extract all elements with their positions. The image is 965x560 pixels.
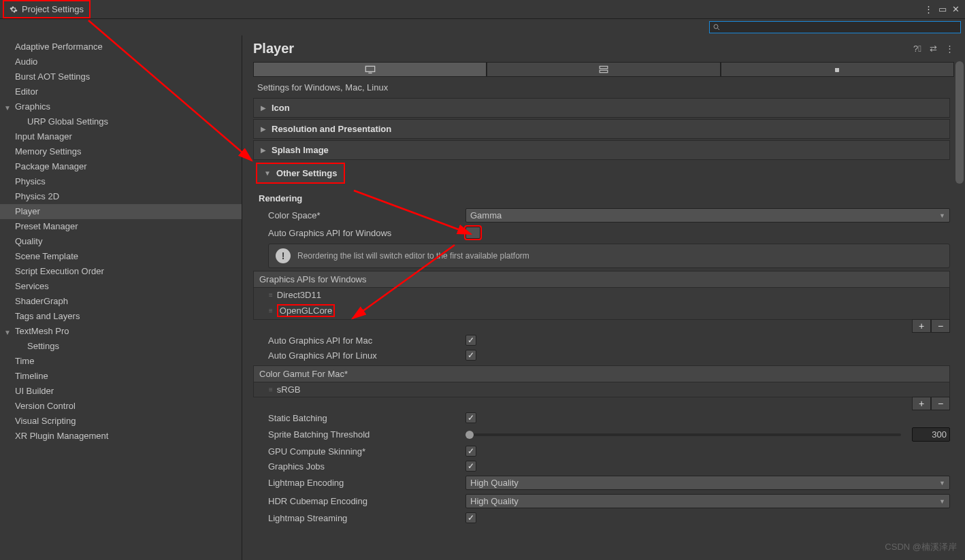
gamut-item-srgb[interactable]: ≡sRGB bbox=[254, 382, 949, 397]
close-icon[interactable]: ✕ bbox=[952, 4, 960, 14]
sidebar-item-adaptive-performance[interactable]: Adaptive Performance bbox=[0, 39, 242, 54]
sidebar-item-services[interactable]: Services bbox=[0, 279, 242, 294]
platform-tabs bbox=[253, 62, 954, 77]
sidebar-item-package-manager[interactable]: Package Manager bbox=[0, 159, 242, 174]
graphics-apis-list: ≡Direct3D11≡OpenGLCore bbox=[253, 288, 950, 320]
remove-gamut-button[interactable]: − bbox=[931, 397, 950, 410]
sidebar-item-scene-template[interactable]: Scene Template bbox=[0, 249, 242, 264]
search-icon bbox=[713, 23, 721, 31]
static-batching-label: Static Batching bbox=[268, 413, 465, 423]
lightmap-streaming-checkbox[interactable]: ✓ bbox=[465, 512, 476, 523]
auto-api-windows-checkbox[interactable] bbox=[465, 227, 480, 239]
chevron-down-icon: ▼ bbox=[4, 327, 11, 339]
svg-line-1 bbox=[718, 29, 720, 31]
color-gamut-list: ≡sRGB bbox=[253, 382, 950, 397]
help-icon[interactable]: ?⃝ bbox=[913, 44, 921, 54]
svg-rect-5 bbox=[600, 70, 608, 73]
sidebar-item-script-execution-order[interactable]: Script Execution Order bbox=[0, 264, 242, 279]
auto-api-windows-label: Auto Graphics API for Windows bbox=[268, 228, 465, 238]
svg-point-0 bbox=[714, 24, 718, 29]
rendering-heading: Rendering bbox=[253, 191, 950, 206]
chevron-down-icon: ▼ bbox=[4, 102, 11, 114]
platform-title: Settings for Windows, Mac, Linux bbox=[253, 77, 950, 98]
vertical-scrollbar[interactable] bbox=[955, 61, 964, 560]
preset-icon[interactable]: ⇄ bbox=[930, 44, 937, 54]
sprite-threshold-slider[interactable] bbox=[465, 433, 901, 436]
sidebar-item-memory-settings[interactable]: Memory Settings bbox=[0, 144, 242, 159]
window-buttons: ⋮ ▭ ✕ bbox=[924, 4, 962, 14]
sidebar: Adaptive PerformanceAudioBurst AOT Setti… bbox=[0, 35, 242, 560]
sidebar-item-shadergraph[interactable]: ShaderGraph bbox=[0, 294, 242, 309]
sidebar-item-textmesh-pro[interactable]: ▼TextMesh Pro bbox=[0, 324, 242, 339]
add-api-button[interactable]: + bbox=[912, 319, 931, 333]
api-item-openglcore[interactable]: ≡OpenGLCore bbox=[254, 302, 949, 319]
tab-standalone[interactable] bbox=[253, 62, 487, 77]
sprite-threshold-label: Sprite Batching Threshold bbox=[268, 429, 465, 440]
search-input[interactable] bbox=[709, 21, 961, 33]
kebab-icon[interactable]: ⋮ bbox=[924, 4, 933, 14]
window-tab[interactable]: Project Settings bbox=[3, 0, 91, 18]
section-other-settings[interactable]: ▼Other Settings bbox=[256, 163, 345, 184]
sidebar-item-tags-and-layers[interactable]: Tags and Layers bbox=[0, 309, 242, 324]
gpu-skinning-checkbox[interactable]: ✓ bbox=[465, 446, 476, 457]
sidebar-item-audio[interactable]: Audio bbox=[0, 54, 242, 69]
sidebar-item-visual-scripting[interactable]: Visual Scripting bbox=[0, 414, 242, 429]
svg-rect-4 bbox=[600, 66, 608, 69]
tab-server[interactable] bbox=[487, 62, 720, 77]
sidebar-item-graphics[interactable]: ▼Graphics bbox=[0, 99, 242, 114]
graphics-apis-header: Graphics APIs for Windows bbox=[253, 271, 950, 288]
sidebar-item-timeline[interactable]: Timeline bbox=[0, 369, 242, 384]
remove-api-button[interactable]: − bbox=[931, 319, 950, 333]
graphics-jobs-label: Graphics Jobs bbox=[268, 461, 465, 472]
hdr-encoding-dropdown[interactable]: High Quality▼ bbox=[465, 494, 950, 508]
lightmap-encoding-label: Lightmap Encoding bbox=[268, 478, 465, 488]
sidebar-item-physics-2d[interactable]: Physics 2D bbox=[0, 189, 242, 204]
add-gamut-button[interactable]: + bbox=[912, 397, 931, 410]
maximize-icon[interactable]: ▭ bbox=[938, 4, 947, 14]
color-space-dropdown[interactable]: Gamma▼ bbox=[465, 208, 950, 223]
lightmap-encoding-dropdown[interactable]: High Quality▼ bbox=[465, 476, 950, 490]
drag-handle-icon[interactable]: ≡ bbox=[269, 307, 272, 314]
api-item-direct3d11[interactable]: ≡Direct3D11 bbox=[254, 288, 949, 302]
sidebar-item-xr-plugin-management[interactable]: XR Plugin Management bbox=[0, 429, 242, 444]
server-icon bbox=[599, 65, 608, 73]
sprite-threshold-value[interactable]: 300 bbox=[912, 427, 950, 442]
auto-api-mac-label: Auto Graphics API for Mac bbox=[268, 335, 465, 346]
sidebar-item-version-control[interactable]: Version Control bbox=[0, 399, 242, 414]
scroll-area[interactable]: Settings for Windows, Mac, Linux ▶Icon ▶… bbox=[242, 77, 965, 560]
sidebar-item-quality[interactable]: Quality bbox=[0, 234, 242, 249]
section-icon[interactable]: ▶Icon bbox=[253, 98, 950, 118]
auto-api-linux-label: Auto Graphics API for Linux bbox=[268, 350, 465, 361]
sidebar-item-preset-manager[interactable]: Preset Manager bbox=[0, 219, 242, 234]
sidebar-item-urp-global-settings[interactable]: URP Global Settings bbox=[0, 114, 242, 129]
sidebar-item-editor[interactable]: Editor bbox=[0, 84, 242, 99]
auto-api-linux-checkbox[interactable]: ✓ bbox=[465, 350, 476, 361]
graphics-jobs-checkbox[interactable]: ✓ bbox=[465, 461, 476, 472]
sidebar-item-input-manager[interactable]: Input Manager bbox=[0, 129, 242, 144]
android-icon bbox=[833, 65, 841, 74]
info-icon: ! bbox=[276, 248, 291, 263]
search-row bbox=[0, 19, 965, 35]
content-panel: Player ?⃝ ⇄ ⋮ Settings for Windows, Mac,… bbox=[242, 35, 965, 560]
sidebar-item-burst-aot-settings[interactable]: Burst AOT Settings bbox=[0, 69, 242, 84]
static-batching-checkbox[interactable]: ✓ bbox=[465, 412, 476, 423]
drag-handle-icon[interactable]: ≡ bbox=[269, 291, 272, 299]
sidebar-item-player[interactable]: Player bbox=[0, 204, 242, 219]
tab-android[interactable] bbox=[721, 62, 954, 77]
sidebar-item-physics[interactable]: Physics bbox=[0, 174, 242, 189]
drag-handle-icon[interactable]: ≡ bbox=[269, 386, 272, 393]
auto-api-mac-checkbox[interactable]: ✓ bbox=[465, 335, 476, 346]
section-splash[interactable]: ▶Splash Image bbox=[253, 140, 950, 160]
svg-rect-2 bbox=[365, 66, 374, 71]
monitor-icon bbox=[365, 65, 376, 73]
sidebar-item-settings[interactable]: Settings bbox=[0, 339, 242, 354]
section-resolution[interactable]: ▶Resolution and Presentation bbox=[253, 119, 950, 139]
gpu-skinning-label: GPU Compute Skinning* bbox=[268, 446, 465, 457]
sidebar-item-ui-builder[interactable]: UI Builder bbox=[0, 384, 242, 399]
sidebar-item-time[interactable]: Time bbox=[0, 354, 242, 369]
menu-icon[interactable]: ⋮ bbox=[945, 44, 954, 54]
page-title: Player bbox=[253, 41, 294, 56]
content-header: Player ?⃝ ⇄ ⋮ bbox=[242, 35, 965, 62]
gear-icon bbox=[10, 5, 18, 14]
chevron-down-icon: ▼ bbox=[939, 480, 945, 487]
